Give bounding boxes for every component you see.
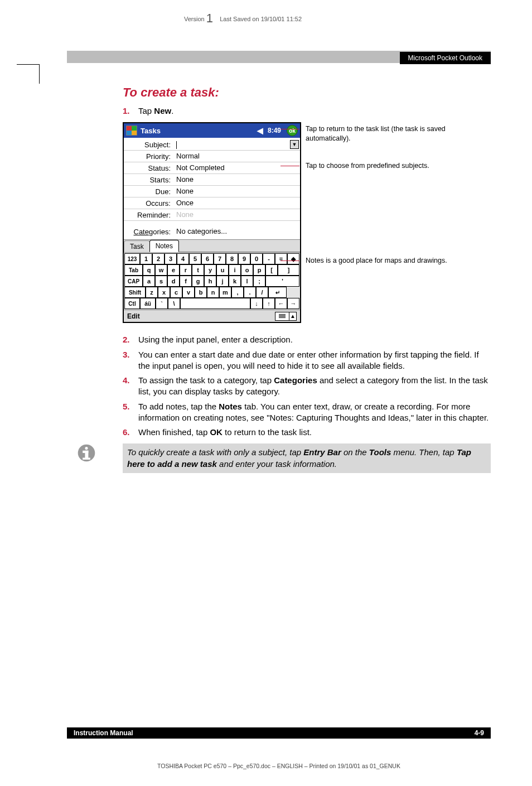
keyboard-key[interactable]: s (155, 276, 167, 287)
keyboard-key[interactable]: Shift (124, 287, 146, 298)
status-value[interactable]: Not Completed (174, 162, 300, 173)
step-6-pre: When finished, tap (138, 427, 210, 437)
kb-row-1: 1231234567890-=◆ (124, 253, 299, 264)
keyboard-key[interactable]: ↓ (250, 298, 263, 309)
keyboard-key[interactable]: q (143, 264, 155, 276)
keyboard-key[interactable] (180, 298, 250, 309)
edit-menu[interactable]: Edit (127, 312, 140, 320)
volume-icon[interactable]: ◀ (257, 126, 263, 135)
keyboard-key[interactable]: [ (265, 264, 278, 276)
keyboard-key[interactable]: ; (253, 276, 265, 287)
clock[interactable]: 8:49 (268, 127, 281, 134)
keyboard-key[interactable]: 123 (124, 253, 140, 264)
app-title: Tasks (141, 127, 161, 135)
keyboard-options-icon[interactable]: ▲ (289, 312, 297, 321)
keyboard-key[interactable]: ' (265, 276, 299, 287)
keyboard-key[interactable]: v (182, 287, 195, 298)
due-label: Due: (124, 186, 174, 197)
keyboard-key[interactable]: 1 (140, 253, 152, 264)
keyboard-key[interactable]: n (207, 287, 219, 298)
tab-notes[interactable]: Notes (149, 240, 179, 252)
keyboard-key[interactable]: z (146, 287, 158, 298)
keyboard-key[interactable]: o (241, 264, 253, 276)
subject-input[interactable]: ▼ (174, 139, 300, 150)
keyboard-key[interactable]: h (204, 276, 216, 287)
info-icon (67, 443, 106, 462)
keyboard-key[interactable]: t (192, 264, 204, 276)
tip-row: To quickly create a task with only a sub… (123, 443, 491, 473)
keyboard-key[interactable]: p (253, 264, 265, 276)
keyboard-key[interactable]: 2 (152, 253, 165, 264)
occurs-value[interactable]: Once (174, 197, 300, 209)
last-saved: Last Saved on 19/10/01 11:52 (220, 16, 302, 22)
page: Version 1 Last Saved on 19/10/01 11:52 M… (67, 11, 491, 473)
keyboard-key[interactable]: u (216, 264, 229, 276)
keyboard-key[interactable]: l (241, 276, 253, 287)
keyboard-key[interactable]: 6 (201, 253, 214, 264)
keyboard-key[interactable]: x (158, 287, 170, 298)
reminder-value[interactable]: None (174, 209, 300, 220)
keyboard-key[interactable]: r (180, 264, 192, 276)
keyboard-key[interactable]: ↵ (268, 287, 287, 298)
keyboard-key[interactable]: 9 (238, 253, 250, 264)
ok-button[interactable]: ok (287, 125, 298, 136)
starts-value[interactable]: None (174, 174, 300, 185)
keyboard-key[interactable]: Tab (124, 264, 143, 276)
keyboard-key[interactable]: → (287, 298, 299, 309)
keyboard-key[interactable]: / (256, 287, 268, 298)
keyboard-key[interactable]: áü (140, 298, 156, 309)
keyboard-toggle-icon[interactable] (275, 312, 289, 321)
keyboard-key[interactable]: y (204, 264, 216, 276)
tab-task[interactable]: Task (124, 240, 150, 252)
keyboard-key[interactable]: 0 (250, 253, 263, 264)
priority-value[interactable]: Normal (174, 151, 300, 162)
starts-label: Starts: (124, 175, 174, 185)
step-6-bold: OK (210, 427, 223, 437)
keyboard-key[interactable]: . (244, 287, 256, 298)
keyboard-key[interactable]: k (229, 276, 241, 287)
version-number: 1 (206, 11, 213, 25)
kb-row-3: CAPasdfghjkl;' (124, 276, 299, 287)
keyboard-key[interactable]: ← (275, 298, 287, 309)
keyboard-key[interactable]: Ctl (124, 298, 140, 309)
keyboard-key[interactable]: c (170, 287, 182, 298)
keyboard-key[interactable]: = (275, 253, 287, 264)
keyboard-key[interactable]: 3 (165, 253, 177, 264)
subject-dropdown-icon[interactable]: ▼ (290, 140, 299, 149)
kb-row-5: Ctláü`\ ↓↑←→ (124, 298, 299, 309)
step-3: You can enter a start date and due date … (123, 349, 491, 372)
keyboard-key[interactable]: ` (156, 298, 168, 309)
keyboard-key[interactable]: d (167, 276, 180, 287)
due-value[interactable]: None (174, 186, 300, 197)
keyboard-key[interactable]: ↑ (263, 298, 275, 309)
keyboard-key[interactable]: i (229, 264, 241, 276)
keyboard-key[interactable]: g (192, 276, 204, 287)
keyboard-key[interactable]: ] (278, 264, 299, 276)
start-menu-icon[interactable] (126, 126, 137, 136)
keyboard-key[interactable]: 7 (214, 253, 226, 264)
keyboard-key[interactable]: m (219, 287, 231, 298)
keyboard-key[interactable]: - (263, 253, 275, 264)
keyboard-key[interactable]: a (143, 276, 155, 287)
keyboard-key[interactable]: b (195, 287, 207, 298)
annotation-notes: Notes is a good place for maps and drawi… (301, 256, 491, 266)
keyboard-key[interactable]: \ (168, 298, 180, 309)
keyboard-key[interactable]: , (231, 287, 244, 298)
keyboard-key[interactable]: 8 (226, 253, 238, 264)
keyboard-key[interactable]: f (180, 276, 192, 287)
keyboard-key[interactable]: w (155, 264, 167, 276)
annotations: Tap to return to the task list (the task… (301, 122, 491, 323)
task-form: Subject: ▼ Priority: Normal Status: No (124, 138, 300, 239)
step-4: To assign the task to a category, tap Ca… (123, 375, 491, 398)
step-4-pre: To assign the task to a category, tap (138, 375, 274, 385)
keyboard-key[interactable]: 5 (189, 253, 201, 264)
keyboard-key[interactable]: e (167, 264, 180, 276)
keyboard-key[interactable]: ◆ (287, 253, 299, 264)
keyboard-key[interactable]: 4 (177, 253, 189, 264)
categories-value[interactable]: No categories... (174, 226, 300, 237)
step-1-bold: New (154, 106, 171, 115)
footer-left: Instruction Manual (74, 727, 133, 739)
keyboard-key[interactable]: j (216, 276, 229, 287)
on-screen-keyboard[interactable]: 1231234567890-=◆ Tabqwertyuiop[] CAPasdf… (124, 252, 300, 310)
keyboard-key[interactable]: CAP (124, 276, 143, 287)
